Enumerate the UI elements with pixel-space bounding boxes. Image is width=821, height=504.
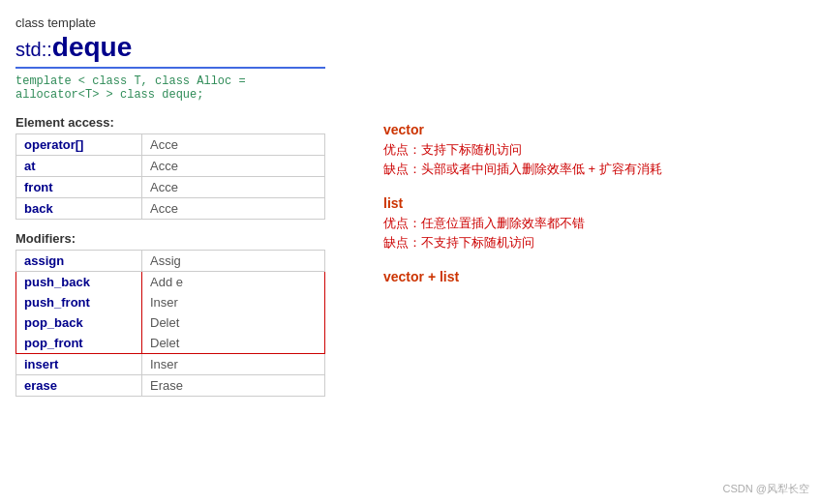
api-name[interactable]: insert [16,354,142,375]
list-title: list [383,195,806,211]
vector-list-title: vector + list [383,269,806,284]
underline-divider [15,67,325,69]
class-name-heading: std::deque [15,32,325,63]
api-desc: Add e [142,272,325,293]
api-name[interactable]: assign [16,251,142,272]
api-name[interactable]: push_front [16,292,142,312]
api-name[interactable]: pop_back [16,312,142,333]
cons-text: 不支持下标随机访问 [421,235,534,250]
pros-label: 优点： [383,142,421,157]
api-name[interactable]: back [16,198,142,220]
watermark: CSDN @风犁长空 [723,482,809,496]
pros-text: 支持下标随机访问 [421,142,522,157]
class-deque: deque [52,32,132,62]
list-section: list 优点：任意位置插入删除效率都不错 缺点：不支持下标随机访问 [383,195,806,252]
table-row: front Acce [16,177,325,198]
modifiers-label: Modifiers: [15,231,325,246]
api-desc: Delet [142,312,325,333]
api-desc: Acce [142,198,325,220]
table-row-push-back: push_back Add e [16,272,325,293]
table-row: assign Assig [16,251,325,272]
table-row: back Acce [16,198,325,220]
element-access-table: operator[] Acce at Acce front Acce back … [15,133,325,220]
table-row: operator[] Acce [16,134,325,156]
right-panel: vector 优点：支持下标随机访问 缺点：头部或者中间插入删除效率低 + 扩容… [345,15,806,489]
api-desc: Assig [142,251,325,272]
table-row-push-front: push_front Inser [16,292,325,312]
vector-pros: 优点：支持下标随机访问 [383,141,806,159]
pros-label: 优点： [383,216,421,230]
pros-text: 任意位置插入删除效率都不错 [421,216,585,230]
class-template-label: class template [15,15,325,30]
table-row: erase Erase [16,375,325,397]
api-desc: Inser [142,292,325,312]
list-pros: 优点：任意位置插入删除效率都不错 [383,215,806,232]
api-desc: Acce [142,156,325,177]
table-row: insert Inser [16,354,325,375]
api-name[interactable]: push_back [16,272,142,293]
vector-title: vector [383,122,806,137]
api-name[interactable]: front [16,177,142,198]
template-signature: template < class T, class Alloc = alloca… [15,74,325,102]
api-name[interactable]: operator[] [16,134,142,156]
left-panel: class template std::deque template < cla… [15,15,325,489]
table-row: at Acce [16,156,325,177]
vector-cons: 缺点：头部或者中间插入删除效率低 + 扩容有消耗 [383,161,806,178]
modifiers-table: assign Assig push_back Add e push_front … [15,250,325,397]
api-desc: Acce [142,177,325,198]
cons-label: 缺点： [383,162,421,176]
api-desc: Acce [142,134,325,156]
cons-label: 缺点： [383,235,421,250]
cons-text: 头部或者中间插入删除效率低 + 扩容有消耗 [421,162,662,176]
api-desc: Delet [142,333,325,354]
table-row-pop-front: pop_front Delet [16,333,325,354]
vector-list-section: vector + list [383,269,806,284]
api-name[interactable]: at [16,156,142,177]
element-access-label: Element access: [15,115,325,130]
api-name[interactable]: pop_front [16,333,142,354]
class-prefix: std:: [15,39,52,60]
list-cons: 缺点：不支持下标随机访问 [383,234,806,252]
table-row-pop-back: pop_back Delet [16,312,325,333]
api-desc: Erase [142,375,325,397]
api-desc: Inser [142,354,325,375]
vector-section: vector 优点：支持下标随机访问 缺点：头部或者中间插入删除效率低 + 扩容… [383,122,806,178]
api-name[interactable]: erase [16,375,142,397]
